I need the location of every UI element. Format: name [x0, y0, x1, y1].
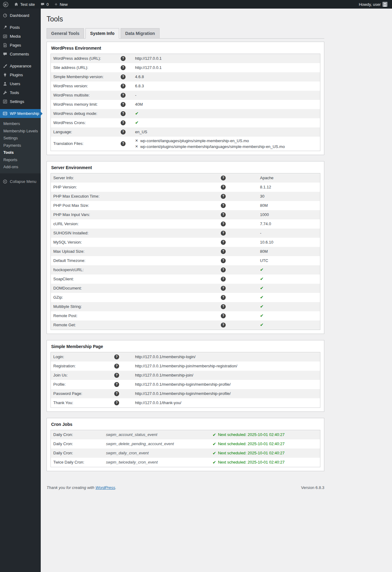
row-label: Daily Cron:	[51, 440, 106, 447]
site-name-menu[interactable]: Test site	[11, 0, 38, 9]
table-row: PHP Max Execution Time:?30	[51, 192, 320, 201]
submenu-item-reports[interactable]: Reports	[0, 156, 41, 164]
help-icon[interactable]: ?	[121, 84, 126, 89]
sidebar-item-posts[interactable]: Posts	[0, 23, 41, 32]
table-row: DOMDocument:?✔	[51, 284, 320, 293]
membership-icon	[2, 111, 8, 116]
help-icon[interactable]: ?	[114, 364, 119, 369]
help-icon[interactable]: ?	[221, 304, 226, 309]
my-account-menu[interactable]: Howdy, user	[356, 0, 390, 9]
row-value: 6.8.3	[135, 82, 320, 89]
table-row: WordPress debug mode:?✔	[51, 109, 320, 118]
help-icon[interactable]: ?	[221, 286, 226, 291]
section-table: WordPress address (URL):?http://127.0.0.…	[51, 54, 320, 151]
help-icon[interactable]: ?	[221, 295, 226, 300]
row-label: Join Us:	[51, 372, 114, 379]
check-icon: ✔	[260, 322, 264, 327]
help-icon[interactable]: ?	[221, 313, 226, 318]
table-row: WordPress address (URL):?http://127.0.0.…	[51, 54, 320, 63]
help-icon[interactable]: ?	[121, 130, 126, 134]
sidebar-item-appearance[interactable]: Appearance	[0, 62, 41, 70]
help-icon[interactable]: ?	[121, 56, 126, 61]
row-label: Simple Membership version:	[51, 73, 121, 80]
help-icon[interactable]: ?	[221, 185, 226, 190]
help-cell: ?	[221, 286, 260, 291]
help-icon[interactable]: ?	[221, 249, 226, 254]
table-row: GZip:?✔	[51, 293, 320, 302]
check-icon: ✔	[260, 295, 264, 300]
table-row: Server Info:?Apache	[51, 173, 320, 183]
tab-system-info[interactable]: System Info	[85, 28, 119, 39]
help-icon[interactable]: ?	[221, 194, 226, 199]
sidebar-item-dashboard[interactable]: Dashboard	[0, 11, 41, 20]
section-server-environment: Server EnvironmentServer Info:?ApachePHP…	[47, 161, 324, 334]
help-icon[interactable]: ?	[114, 391, 119, 396]
table-row: PHP Max Input Vars:?1000	[51, 210, 320, 219]
sidebar-item-settings[interactable]: Settings	[0, 97, 41, 106]
table-row: Max Upload Size:?80M	[51, 247, 320, 256]
wordpress-logo-menu[interactable]	[0, 0, 11, 9]
help-icon[interactable]: ?	[221, 267, 226, 272]
help-cell: ?	[121, 120, 135, 125]
sidebar-item-pages[interactable]: Pages	[0, 41, 41, 50]
help-icon[interactable]: ?	[221, 212, 226, 217]
row-label: WordPress version:	[51, 82, 121, 89]
submenu-item-members[interactable]: Members	[0, 120, 41, 127]
submenu-item-settings[interactable]: Settings	[0, 134, 41, 142]
tab-bar: General ToolsSystem InfoData Migration	[47, 28, 324, 39]
sidebar-item-comments[interactable]: Comments	[0, 50, 41, 59]
help-cell: ?	[221, 304, 260, 309]
sidebar-item-media[interactable]: Media	[0, 32, 41, 41]
submenu-item-payments[interactable]: Payments	[0, 142, 41, 149]
help-icon[interactable]: ?	[221, 222, 226, 226]
help-icon[interactable]: ?	[121, 93, 126, 98]
help-icon[interactable]: ?	[114, 382, 119, 387]
comments-menu[interactable]: 0	[38, 0, 51, 9]
help-icon[interactable]: ?	[221, 258, 226, 263]
sidebar-item-wp-membership[interactable]: WP Membership	[0, 109, 41, 118]
row-value: 1000	[260, 211, 320, 218]
comment-count: 0	[47, 2, 49, 7]
submenu-item-add-ons[interactable]: Add-ons	[0, 163, 41, 171]
help-icon[interactable]: ?	[114, 354, 119, 359]
tab-data-migration[interactable]: Data Migration	[121, 28, 160, 39]
row-value: 7.74.0	[260, 220, 320, 227]
help-icon[interactable]: ?	[121, 120, 126, 125]
sidebar-item-users[interactable]: Users	[0, 79, 41, 88]
check-icon: ✔	[213, 442, 216, 446]
collapse-menu-button[interactable]: Collapse Menu	[0, 177, 41, 186]
help-cell: ?	[221, 249, 260, 254]
help-icon[interactable]: ?	[114, 373, 119, 378]
sidebar-item-plugins[interactable]: Plugins	[0, 70, 41, 79]
submenu-item-tools[interactable]: Tools	[0, 149, 41, 156]
wordpress-link[interactable]: WordPress	[96, 485, 115, 490]
cron-status-text: Next scheduled: 2025-10-01 02:40:27	[218, 451, 285, 455]
cron-event-name: swpm_delete_pending_account_event	[106, 440, 213, 447]
help-cell: ?	[121, 130, 135, 134]
table-row: Remote Get:?✔	[51, 320, 320, 330]
dashboard-icon	[2, 13, 8, 18]
collapse-icon	[2, 179, 8, 184]
section-table: Server Info:?ApachePHP Version:?8.1.12PH…	[51, 173, 320, 330]
help-icon[interactable]: ?	[221, 240, 226, 245]
table-row: Password Page:?http://127.0.0.1/membersh…	[51, 389, 320, 398]
help-icon[interactable]: ?	[221, 203, 226, 208]
help-icon[interactable]: ?	[121, 74, 126, 79]
sidebar-item-tools[interactable]: Tools	[0, 88, 41, 97]
row-label: Remote Get:	[51, 321, 221, 328]
help-icon[interactable]: ?	[221, 231, 226, 236]
help-icon[interactable]: ?	[121, 111, 126, 116]
comments-icon	[2, 52, 8, 56]
active-arrow	[41, 112, 43, 116]
submenu-item-membership-levels[interactable]: Membership Levels	[0, 127, 41, 135]
help-icon[interactable]: ?	[121, 141, 126, 146]
row-label: PHP Max Execution Time:	[51, 193, 221, 200]
help-icon[interactable]: ?	[114, 400, 119, 405]
help-icon[interactable]: ?	[121, 102, 126, 107]
help-icon[interactable]: ?	[221, 323, 226, 328]
tab-general-tools[interactable]: General Tools	[47, 28, 84, 39]
help-icon[interactable]: ?	[221, 277, 226, 282]
help-icon[interactable]: ?	[121, 65, 126, 70]
new-content-menu[interactable]: New	[51, 0, 70, 9]
help-icon[interactable]: ?	[221, 176, 226, 180]
